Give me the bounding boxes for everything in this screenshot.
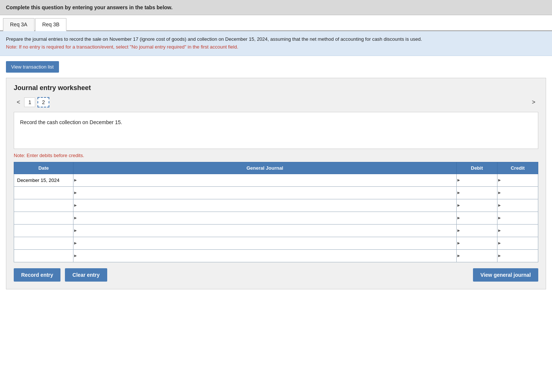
col-date: Date (14, 162, 73, 174)
note-debits: Note: Enter debits before credits. (14, 153, 538, 158)
input-journal-3[interactable] (73, 199, 456, 212)
top-instruction: Complete this question by entering your … (0, 0, 552, 15)
input-credit-6[interactable] (497, 237, 538, 249)
cell-date-7 (14, 249, 73, 262)
cell-date-4 (14, 212, 73, 224)
table-row (14, 174, 538, 186)
input-credit-7[interactable] (497, 250, 538, 262)
task-description-box: Record the cash collection on December 1… (14, 112, 538, 149)
input-credit-5[interactable] (497, 225, 538, 237)
col-general-journal: General Journal (73, 162, 457, 174)
input-debit-6[interactable] (457, 237, 497, 249)
input-date-1[interactable] (14, 174, 73, 186)
page-1[interactable]: 1 (24, 97, 35, 107)
cell-credit-1 (497, 174, 538, 186)
input-date-4[interactable] (14, 212, 73, 224)
col-debit: Debit (457, 162, 497, 174)
tabs-bar: Req 3A Req 3B (0, 17, 552, 31)
input-credit-3[interactable] (497, 199, 538, 212)
worksheet-title: Journal entry worksheet (14, 84, 538, 92)
cell-debit-6 (457, 237, 497, 249)
input-date-3[interactable] (14, 199, 73, 212)
tab-req3b[interactable]: Req 3B (35, 18, 67, 31)
cell-journal-1 (73, 174, 457, 186)
input-debit-4[interactable] (457, 212, 497, 224)
cell-debit-7 (457, 249, 497, 262)
worksheet-container: Journal entry worksheet < 1 2 > Record t… (6, 78, 546, 289)
cell-journal-3 (73, 199, 457, 212)
pagination-row: < 1 2 > (14, 97, 538, 107)
description-main: Prepare the journal entries to record th… (6, 36, 422, 42)
clear-entry-button[interactable]: Clear entry (65, 268, 107, 282)
input-journal-7[interactable] (73, 250, 456, 262)
cell-debit-3 (457, 199, 497, 212)
input-debit-5[interactable] (457, 225, 497, 237)
next-page-arrow[interactable]: > (529, 97, 538, 107)
cell-date-6 (14, 237, 73, 249)
cell-journal-5 (73, 224, 457, 237)
cell-debit-2 (457, 186, 497, 199)
description-note: Note: If no entry is required for a tran… (6, 44, 238, 50)
cell-journal-7 (73, 249, 457, 262)
cell-date-1 (14, 174, 73, 186)
tab-req3a[interactable]: Req 3A (3, 18, 34, 31)
cell-journal-4 (73, 212, 457, 224)
input-journal-1[interactable] (73, 174, 456, 186)
input-journal-2[interactable] (73, 187, 456, 199)
cell-debit-5 (457, 224, 497, 237)
cell-credit-6 (497, 237, 538, 249)
table-row (14, 249, 538, 262)
input-journal-4[interactable] (73, 212, 456, 224)
input-date-7[interactable] (14, 250, 73, 262)
record-entry-button[interactable]: Record entry (14, 268, 60, 282)
input-debit-1[interactable] (457, 174, 497, 186)
table-row (14, 237, 538, 249)
input-credit-4[interactable] (497, 212, 538, 224)
cell-credit-3 (497, 199, 538, 212)
input-debit-3[interactable] (457, 199, 497, 212)
input-date-2[interactable] (14, 187, 73, 199)
cell-date-2 (14, 186, 73, 199)
cell-journal-6 (73, 237, 457, 249)
prev-page-arrow[interactable]: < (14, 97, 23, 107)
input-credit-2[interactable] (497, 187, 538, 199)
view-transaction-button[interactable]: View transaction list (6, 61, 59, 73)
input-journal-6[interactable] (73, 237, 456, 249)
cell-debit-4 (457, 212, 497, 224)
cell-date-5 (14, 224, 73, 237)
page-2[interactable]: 2 (37, 97, 49, 107)
table-row (14, 186, 538, 199)
view-general-journal-button[interactable]: View general journal (473, 268, 538, 282)
cell-credit-2 (497, 186, 538, 199)
cell-credit-4 (497, 212, 538, 224)
input-credit-1[interactable] (497, 174, 538, 186)
cell-date-3 (14, 199, 73, 212)
table-row (14, 224, 538, 237)
question-description: Prepare the journal entries to record th… (0, 31, 552, 56)
input-journal-5[interactable] (73, 225, 456, 237)
journal-table: Date General Journal Debit Credit (14, 162, 538, 262)
table-row (14, 212, 538, 224)
cell-credit-5 (497, 224, 538, 237)
col-credit: Credit (497, 162, 538, 174)
cell-journal-2 (73, 186, 457, 199)
input-date-6[interactable] (14, 237, 73, 249)
buttons-row: Record entry Clear entry View general jo… (14, 268, 538, 282)
input-debit-2[interactable] (457, 187, 497, 199)
cell-credit-7 (497, 249, 538, 262)
input-debit-7[interactable] (457, 250, 497, 262)
cell-debit-1 (457, 174, 497, 186)
table-row (14, 199, 538, 212)
input-date-5[interactable] (14, 225, 73, 237)
